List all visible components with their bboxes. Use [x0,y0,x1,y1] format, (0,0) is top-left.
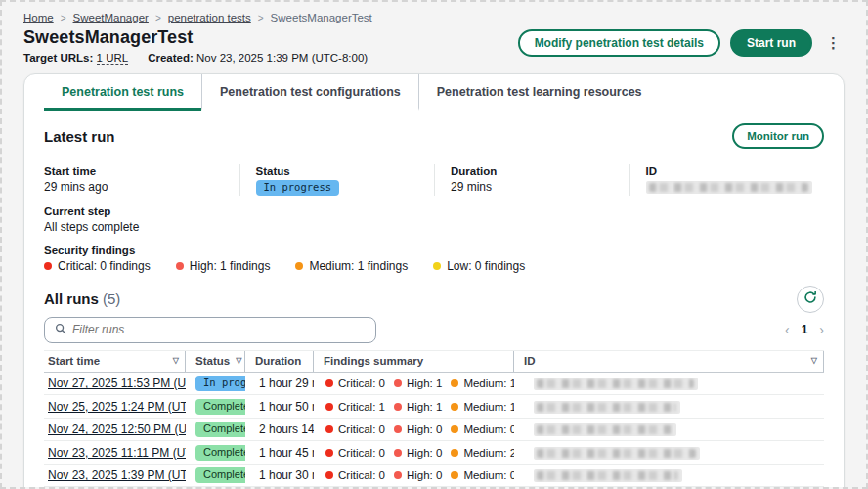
modify-penetration-test-button[interactable]: Modify penetration test details [518,29,720,57]
start-run-button[interactable]: Start run [730,29,812,57]
filter-runs-input[interactable] [72,323,366,336]
table-header: Start time Status Duration Findings summ… [44,350,824,373]
breadcrumb-separator-icon: > [61,13,66,23]
run-id-redacted [646,181,812,194]
run-duration: 1 hour 50 mins [245,397,314,417]
refresh-button[interactable] [797,286,824,313]
breadcrumb-link-home[interactable]: Home [23,12,54,23]
page-meta: Target URLs: 1 URL Created: Nov 23, 2025… [23,52,368,64]
breadcrumb: Home > SweetManager > penetration tests … [23,12,845,23]
column-header-findings-summary[interactable]: Findings summary [314,351,514,372]
critical-severity-dot-icon [326,449,333,457]
run-duration: 1 hour 29 mins [245,374,314,393]
breadcrumb-separator-icon: > [258,13,264,23]
run-id-redacted [534,423,676,436]
divider [44,156,824,156]
low-findings-text: Low: 0 findings [447,259,525,273]
security-findings-label: Security findings [44,244,824,257]
run-id-redacted [534,447,700,460]
run-findings-summary: Critical: 0 High: 0 Medium: 2 Low: 0 [314,444,514,462]
critical-severity-dot-icon [326,425,333,433]
table-row[interactable]: Nov 23, 2025 1:39 PM (UTC-8:00) Complete… [44,465,824,488]
column-header-start-time[interactable]: Start time [44,351,186,372]
all-runs-table: Start time Status Duration Findings summ… [44,350,824,488]
high-severity-dot-icon [394,425,402,433]
medium-severity-dot-icon [451,425,458,433]
page-number[interactable]: 1 [802,323,808,336]
high-severity-dot-icon [394,403,402,411]
medium-severity-dot-icon [451,449,458,457]
target-urls-link[interactable]: 1 URL [97,52,128,65]
high-severity-dot-icon [394,471,402,479]
run-start-time-link[interactable]: Nov 23, 2025 11:11 PM (UTC-8:00) [48,446,186,460]
monitor-run-button[interactable]: Monitor run [732,123,824,149]
duration-value: 29 mins [451,179,629,195]
tab-penetration-test-learning-resources[interactable]: Penetration test learning resources [418,74,660,111]
low-severity-dot-icon [433,262,441,270]
all-runs-count: (5) [103,290,120,307]
filter-box [44,317,376,343]
critical-severity-dot-icon [44,262,52,270]
table-row[interactable]: Nov 27, 2025 11:53 PM (UTC-8:00) In prog… [44,373,824,396]
table-row[interactable]: Nov 25, 2025 1:24 PM (UTC-8:00) Complete… [44,395,824,419]
breadcrumb-link-sweetmanager[interactable]: SweetManager [73,12,149,23]
filter-caret-icon[interactable] [173,356,179,365]
tab-penetration-test-configurations[interactable]: Penetration test configurations [201,74,418,111]
all-runs-heading: All runs (5) [44,290,120,307]
breadcrumb-current: SweetsManagerTest [271,12,372,23]
main-card: Penetration test runs Penetration test c… [23,73,845,489]
run-duration: 2 hours 14 mi... [245,420,314,439]
pagination: 1 [785,323,824,336]
run-duration: 1 hour 45 mins [245,443,314,463]
medium-severity-dot-icon [451,403,458,411]
latest-run-heading: Latest run [44,128,115,145]
refresh-icon [803,290,817,307]
run-duration: 1 hour 30 mins [245,466,314,485]
column-header-status[interactable]: Status [186,351,245,372]
critical-severity-dot-icon [326,403,333,411]
run-start-time-link[interactable]: Nov 24, 2025 12:50 PM (UTC-8:00) [48,422,186,436]
table-row[interactable]: Nov 23, 2025 11:11 PM (UTC-8:00) Complet… [44,441,824,465]
run-start-time-link[interactable]: Nov 27, 2025 11:53 PM (UTC-8:00) [48,377,186,390]
tab-bar: Penetration test runs Penetration test c… [24,74,844,111]
medium-severity-dot-icon [451,471,458,479]
next-page-icon[interactable] [819,323,824,336]
filter-caret-icon[interactable] [236,356,241,365]
run-findings-summary: Critical: 0 High: 0 Medium: 0 Low: 0 [314,421,514,438]
kebab-menu-icon[interactable] [822,32,845,54]
filter-caret-icon[interactable] [811,356,817,365]
current-step-label: Current step [44,204,824,218]
current-step-value: All steps complete [44,219,824,235]
run-findings-summary: Critical: 0 High: 1 Medium: 1 Low: 0 [314,375,514,392]
status-badge: In progress [256,180,340,196]
tab-penetration-test-runs[interactable]: Penetration test runs [44,74,201,111]
previous-page-icon[interactable] [785,323,790,336]
all-runs-title: All runs [44,290,99,307]
table-row[interactable]: Nov 24, 2025 12:50 PM (UTC-8:00) Complet… [44,419,824,442]
critical-findings-text: Critical: 0 findings [58,259,151,273]
column-header-duration[interactable]: Duration [245,351,314,372]
security-findings-summary: Critical: 0 findings High: 1 findings Me… [44,259,824,273]
duration-label: Duration [451,164,629,178]
breadcrumb-separator-icon: > [155,13,161,23]
start-time-label: Start time [44,164,239,178]
status-badge: Complete [195,422,245,437]
medium-severity-dot-icon [295,262,303,270]
id-label: ID [646,164,825,178]
created-label: Created: [148,52,194,64]
column-header-id[interactable]: ID [514,351,824,372]
run-findings-summary: Critical: 1 High: 1 Medium: 1 Low: 0 [314,398,514,416]
high-severity-dot-icon [394,449,402,457]
run-id-redacted [534,401,680,414]
run-findings-summary: Critical: 0 High: 0 Medium: 0 Low: 0 [314,467,514,484]
critical-severity-dot-icon [326,379,333,387]
latest-run-fields: Start time 29 mins ago Status In progres… [44,164,824,196]
breadcrumb-link-penetration-tests[interactable]: penetration tests [168,12,251,23]
critical-severity-dot-icon [326,471,333,479]
status-badge: Complete [195,467,245,483]
run-start-time-link[interactable]: Nov 23, 2025 1:39 PM (UTC-8:00) [48,468,186,482]
high-findings-text: High: 1 findings [190,259,271,273]
target-urls-label: Target URLs: [23,52,93,64]
run-start-time-link[interactable]: Nov 25, 2025 1:24 PM (UTC-8:00) [48,400,186,414]
status-label: Status [256,164,435,178]
